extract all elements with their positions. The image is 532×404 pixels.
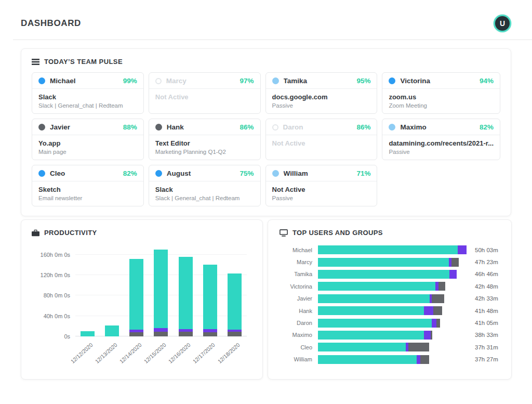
user-duration-label: 42h 48m	[467, 283, 500, 290]
current-activity: datamining.com/recents/2021-r...	[389, 139, 494, 147]
user-bar-segment-teal	[318, 282, 435, 291]
pulse-card-body: Not ActivePassive	[266, 181, 377, 206]
status-dot-icon	[155, 170, 162, 177]
member-name: Hank	[167, 123, 240, 131]
pulse-card-body: Not Active	[149, 89, 260, 113]
user-bar-segment-gray	[451, 258, 458, 267]
status-dot-icon	[272, 124, 278, 131]
member-name: Tamika	[284, 77, 357, 85]
productivity-bar[interactable]	[154, 250, 168, 336]
pulse-card-header: William71%	[266, 165, 377, 181]
productivity-bar[interactable]	[228, 273, 242, 336]
pulse-card[interactable]: Cleo82%SketchEmail newsletter	[32, 165, 144, 206]
bar-segment-idle	[203, 332, 217, 336]
activity-detail: Email newsletter	[38, 195, 137, 201]
pulse-card-header: Marcy97%	[149, 73, 260, 89]
user-row[interactable]: William37h 27m	[280, 354, 500, 366]
productivity-bar[interactable]	[203, 265, 217, 336]
user-bar-segment-purple	[458, 245, 467, 254]
x-axis-slot: 12/13/2020	[100, 338, 124, 372]
user-bar-segment-teal	[318, 355, 417, 364]
pulse-percent: 95%	[356, 77, 370, 85]
pulse-percent: 86%	[356, 123, 370, 131]
user-bar-track	[318, 319, 467, 328]
pulse-card-header: Victorina94%	[382, 73, 500, 89]
productivity-bar[interactable]	[129, 259, 143, 336]
user-row[interactable]: Maximo38h 33m	[280, 329, 500, 341]
user-row[interactable]: Cleo37h 31m	[280, 341, 500, 353]
pulse-card[interactable]: Marcy97%Not Active	[149, 72, 261, 114]
pulse-cards-grid: Michael99%SlackSlack | General_chat | Re…	[32, 72, 500, 206]
x-axis-slot: 12/17/2020	[198, 338, 222, 372]
bar-segment-productive	[179, 257, 193, 330]
bar-segment-productive	[154, 250, 168, 328]
activity-detail: Passive	[389, 149, 494, 155]
user-row[interactable]: Javier42h 33m	[280, 293, 500, 305]
pulse-card[interactable]: Javier88%Yo.appMain page	[32, 119, 144, 160]
user-bar-segment-purple	[424, 331, 431, 340]
status-dot-icon	[38, 77, 45, 84]
user-duration-label: 50h 03m	[467, 247, 500, 253]
bar-segment-idle	[179, 332, 193, 336]
bar-segment-idle	[154, 332, 168, 336]
pulse-card[interactable]: Michael99%SlackSlack | General_chat | Re…	[32, 72, 144, 114]
user-avatar[interactable]: U	[494, 15, 511, 32]
productivity-bar[interactable]	[105, 325, 119, 336]
user-row[interactable]: Hank41h 48m	[280, 305, 500, 317]
pulse-card-body: datamining.com/recents/2021-r...Passive	[382, 135, 500, 160]
briefcase-icon	[32, 229, 39, 237]
pulse-card-header: Tamika95%	[266, 73, 377, 89]
current-activity: zoom.us	[389, 93, 494, 101]
x-axis-slot: 12/14/2020	[124, 338, 149, 372]
x-axis-slot: 12/15/2020	[149, 338, 173, 372]
x-axis-tick-label: 12/12/2020	[69, 342, 94, 364]
status-dot-icon	[38, 124, 45, 131]
pulse-card-header: Michael99%	[32, 73, 143, 89]
pulse-card[interactable]: William71%Not ActivePassive	[265, 165, 378, 206]
user-bar-segment-gray	[433, 306, 442, 315]
pulse-card[interactable]: Tamika95%docs.google.comPassive	[265, 72, 378, 114]
user-name-label: Javier	[280, 295, 318, 302]
team-pulse-title-text: TODAY’S TEAM PULSE	[44, 58, 123, 66]
productivity-bar[interactable]	[179, 257, 193, 336]
user-row[interactable]: Michael50h 03m	[280, 244, 500, 256]
user-bar-track	[318, 294, 467, 303]
current-activity: Slack	[38, 93, 137, 101]
user-bar-track	[318, 258, 467, 267]
member-name: Michael	[50, 77, 123, 85]
pulse-card-header: Hank86%	[149, 119, 260, 135]
bar-segment-productive	[129, 259, 143, 330]
team-pulse-title: TODAY’S TEAM PULSE	[32, 58, 500, 66]
user-row[interactable]: Tamika46h 46m	[280, 268, 500, 280]
user-bar-track	[318, 245, 467, 254]
pulse-card[interactable]: Maximo82%datamining.com/recents/2021-r..…	[382, 119, 500, 160]
user-duration-label: 46h 46m	[467, 271, 500, 277]
top-users-chart: Michael50h 03mMarcy47h 23mTamika46h 46mV…	[280, 244, 500, 366]
pulse-card[interactable]: Hank86%Text EditorMarketing Planning Q1-…	[149, 119, 261, 160]
user-name-label: Daron	[280, 320, 318, 326]
user-bar-track	[318, 355, 467, 364]
user-row[interactable]: Daron41h 05m	[280, 317, 500, 329]
pulse-card-header: Daron86%	[266, 119, 377, 135]
status-dot-icon	[272, 77, 279, 84]
user-bar-segment-purple	[417, 355, 420, 364]
user-row[interactable]: Marcy47h 23m	[280, 256, 500, 268]
activity-detail: Zoom Meeting	[389, 102, 494, 109]
member-name: Marcy	[166, 77, 240, 85]
user-duration-label: 41h 05m	[467, 320, 500, 326]
member-name: Victorina	[400, 77, 480, 85]
user-bar-track	[318, 306, 467, 315]
pulse-card[interactable]: August75%SlackSlack | General_chat | Red…	[149, 165, 261, 206]
productivity-bar[interactable]	[81, 331, 95, 336]
bar-segment-productive	[228, 273, 242, 330]
user-bar-segment-gray	[432, 294, 444, 303]
pulse-card[interactable]: Victorina94%zoom.usZoom Meeting	[382, 72, 500, 114]
bar-segment-productive	[203, 265, 217, 329]
user-duration-label: 47h 23m	[467, 259, 500, 265]
top-users-panel: TOP USERS AND GROUPS Michael50h 03mMarcy…	[268, 219, 512, 380]
user-bar-track	[318, 343, 467, 351]
pulse-percent: 82%	[480, 123, 494, 131]
user-bar-track	[318, 270, 467, 279]
pulse-card[interactable]: Daron86%Not Active	[265, 119, 378, 160]
user-row[interactable]: Victorina42h 48m	[280, 280, 500, 292]
